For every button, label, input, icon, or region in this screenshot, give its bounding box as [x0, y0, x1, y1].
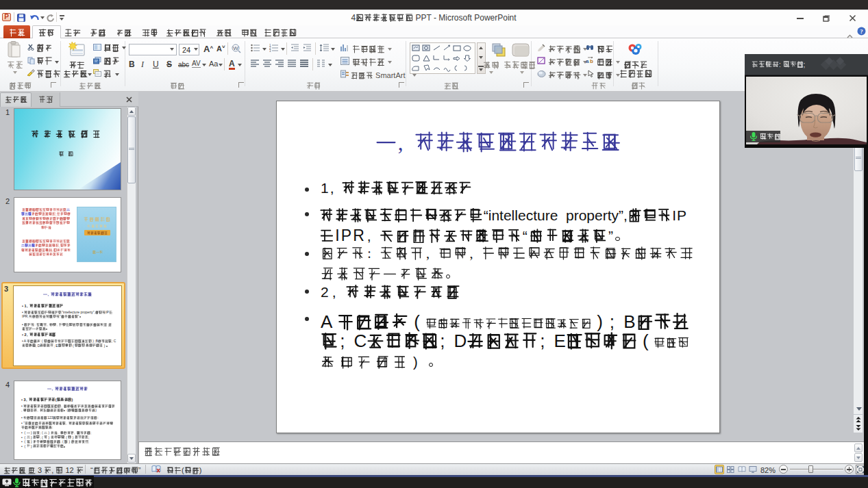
svg-text:?: ? [860, 28, 863, 35]
svg-text:W: W [233, 45, 238, 51]
svg-text:b: b [590, 58, 593, 64]
svg-text:3: 3 [269, 49, 271, 52]
svg-text:a: a [586, 58, 589, 64]
